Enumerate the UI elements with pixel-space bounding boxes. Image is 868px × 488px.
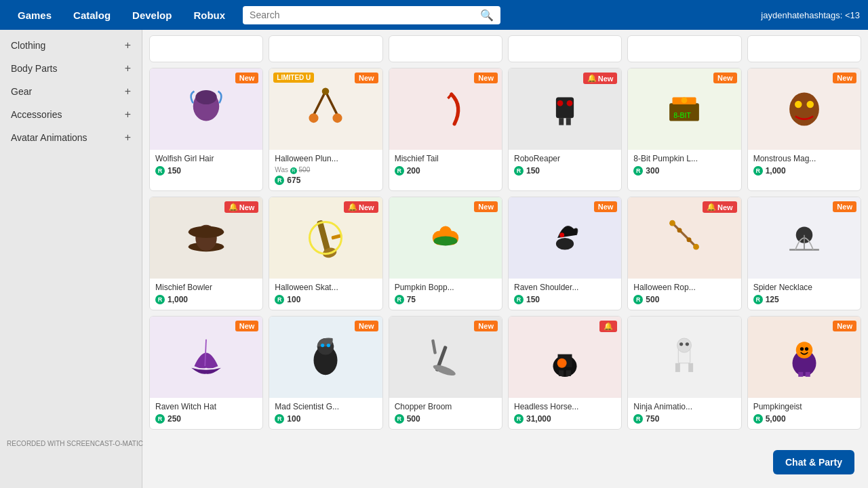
new-badge-orange: New: [355, 73, 378, 83]
svg-rect-63: [806, 372, 810, 377]
item-card-14[interactable]: New Mad Scientist G... R 100: [269, 316, 382, 430]
price-value-18: 5,000: [766, 414, 786, 424]
alarm-icon: 🔔: [707, 203, 716, 211]
item-info-16: Headless Horse... R 31,000: [509, 398, 621, 429]
item-image-1: New: [150, 68, 262, 150]
svg-point-18: [806, 101, 814, 108]
item-card-15[interactable]: New Chopper Broom R 500: [389, 316, 502, 430]
item-card-3[interactable]: New Mischief Tail R 200: [389, 68, 502, 191]
svg-point-30: [559, 232, 564, 237]
item-name-14: Mad Scientist G...: [275, 402, 376, 411]
item-image-13: New: [150, 317, 262, 398]
chat-party-button[interactable]: Chat & Party: [773, 450, 854, 474]
item-price-3: R 200: [395, 166, 496, 176]
item-image-10: New: [509, 197, 621, 279]
sidebar-expand-body-parts[interactable]: +: [125, 62, 131, 75]
item-price-6: R 1,000: [753, 166, 855, 176]
search-input[interactable]: [250, 9, 480, 20]
sidebar-expand-avatar-animations[interactable]: +: [125, 131, 131, 144]
item-info-4: RoboReaper R 150: [509, 150, 621, 181]
sidebar-item-avatar-animations[interactable]: Avatar Animations +: [0, 126, 142, 149]
item-price-13: R 250: [155, 414, 257, 424]
robux-icon-2: R: [275, 176, 284, 185]
price-value-2: 675: [287, 176, 300, 185]
item-info-9: Pumpkin Bopp... R 75: [389, 279, 502, 310]
search-icon[interactable]: 🔍: [480, 9, 494, 22]
svg-rect-62: [798, 372, 803, 377]
svg-point-43: [327, 344, 330, 347]
item-card-16[interactable]: 🔔 Headless Horse... R 31,000: [508, 316, 622, 430]
sidebar-expand-accessories[interactable]: +: [125, 108, 131, 121]
price-value-7: 1,000: [167, 295, 188, 304]
item-image-6: New: [748, 68, 861, 150]
nav-catalog[interactable]: Catalog: [64, 4, 120, 26]
sidebar-item-gear[interactable]: Gear +: [0, 80, 142, 103]
item-info-6: Monstrous Mag... R 1,000: [748, 150, 861, 181]
item-card-11[interactable]: 🔔 New Halloween Rop... R 500: [627, 197, 741, 310]
item-name-2: Halloween Plun...: [275, 154, 376, 163]
item-image-3: New: [389, 68, 502, 150]
item-name-16: Headless Horse...: [514, 402, 616, 411]
item-card-17[interactable]: Ninja Animatio... R 750: [627, 316, 741, 430]
item-card-4[interactable]: 🔔 New RoboReaper R 150: [508, 68, 622, 191]
item-card-1[interactable]: New Wolfish Girl Hair R 150: [149, 68, 263, 191]
item-price-8: R 100: [275, 295, 376, 304]
sidebar-item-clothing[interactable]: Clothing +: [0, 34, 142, 57]
item-image-15: New: [389, 317, 502, 398]
sidebar-expand-gear[interactable]: +: [125, 85, 131, 98]
item-name-17: Ninja Animatio...: [633, 402, 735, 411]
new-badge-orange: New: [594, 201, 618, 212]
item-card-9[interactable]: New Pumpkin Bopp... R 75: [389, 197, 502, 310]
price-value-11: 500: [646, 295, 659, 304]
item-image-18: New: [748, 317, 861, 398]
item-card-8[interactable]: 🔔 New Halloween Skat... R 100: [269, 197, 382, 310]
item-image-14: New: [269, 317, 382, 398]
svg-point-1: [195, 90, 217, 104]
new-badge-red: 🔔 New: [583, 73, 618, 84]
item-info-8: Halloween Skat... R 100: [269, 279, 382, 310]
item-info-11: Halloween Rop... R 500: [628, 279, 741, 310]
item-card-12[interactable]: New Spider Necklace R 125: [747, 197, 861, 310]
item-card-10[interactable]: New Raven Shoulder... R 150: [508, 197, 622, 310]
svg-line-2: [314, 92, 326, 115]
svg-rect-46: [431, 339, 437, 354]
svg-point-54: [679, 342, 683, 346]
item-card-5[interactable]: New 8-BIT 8-Bit Pumpkin L... R 300: [627, 68, 741, 191]
item-name-10: Raven Shoulder...: [514, 283, 616, 292]
svg-point-14: [682, 98, 688, 104]
item-price-2: R 675: [275, 176, 376, 185]
svg-point-28: [433, 236, 457, 245]
robux-icon-4: R: [514, 166, 524, 176]
robux-icon-13: R: [155, 414, 165, 424]
sidebar-item-body-parts[interactable]: Body Parts +: [0, 57, 142, 80]
svg-text:8-BIT: 8-BIT: [674, 111, 692, 119]
nav-robux[interactable]: Robux: [184, 4, 235, 26]
item-card-13[interactable]: New Raven Witch Hat R 250: [149, 316, 263, 430]
item-card-6[interactable]: New Monstrous Mag... R 1,000: [747, 68, 861, 191]
svg-point-59: [796, 342, 813, 359]
price-value-10: 150: [526, 295, 540, 304]
nav-games[interactable]: Games: [8, 4, 61, 26]
item-info-12: Spider Necklace R 125: [748, 279, 861, 310]
new-badge-orange: New: [355, 321, 378, 331]
item-name-9: Pumpkin Bopp...: [395, 283, 496, 292]
svg-point-4: [309, 113, 319, 123]
item-price-10: R 150: [514, 295, 616, 304]
sidebar-item-accessories[interactable]: Accessories +: [0, 103, 142, 126]
alarm-icon: 🔔: [348, 203, 357, 211]
item-card-18[interactable]: New Pumpkingeist R 5,000: [747, 316, 861, 430]
item-card-2[interactable]: New LIMITED U Halloween Plun... Was R 50…: [269, 68, 382, 191]
item-image-12: New: [748, 197, 861, 279]
price-value-1: 150: [167, 166, 181, 176]
nav-develop[interactable]: Develop: [123, 4, 181, 26]
robux-icon-8: R: [275, 295, 284, 304]
svg-rect-56: [675, 363, 680, 372]
item-card-7[interactable]: 🔔 New Mischief Bowler R 1,000: [149, 197, 263, 310]
placeholder-6: [747, 35, 861, 62]
price-value-8: 100: [287, 295, 300, 304]
svg-rect-7: [556, 98, 574, 119]
item-info-3: Mischief Tail R 200: [389, 150, 502, 181]
robux-icon-17: R: [633, 414, 643, 424]
sidebar-expand-clothing[interactable]: +: [125, 39, 131, 52]
catalog-content: New Wolfish Girl Hair R 150 New LIMITED …: [142, 30, 868, 488]
